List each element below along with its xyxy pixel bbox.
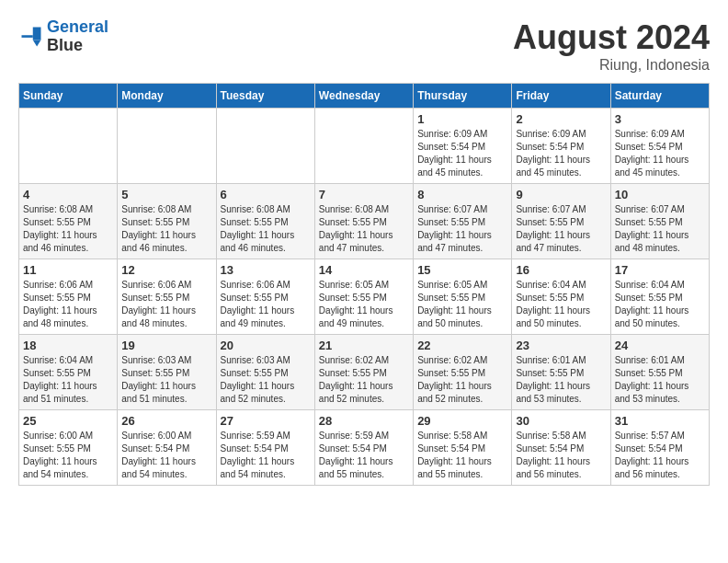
calendar-cell: 7Sunrise: 6:08 AM Sunset: 5:55 PM Daylig… [314,184,413,259]
day-info: Sunrise: 6:02 AM Sunset: 5:55 PM Dayligh… [417,354,507,406]
day-number: 3 [615,112,705,126]
day-number: 29 [417,414,507,428]
logo-line2: Blue [47,37,108,55]
calendar-cell: 4Sunrise: 6:08 AM Sunset: 5:55 PM Daylig… [19,184,118,259]
day-info: Sunrise: 6:04 AM Sunset: 5:55 PM Dayligh… [516,279,606,330]
calendar-week-3: 11Sunrise: 6:06 AM Sunset: 5:55 PM Dayli… [19,259,710,335]
weekday-header-sunday: Sunday [19,84,118,109]
calendar-cell: 10Sunrise: 6:07 AM Sunset: 5:55 PM Dayli… [610,184,709,259]
day-number: 20 [221,339,311,352]
calendar-cell: 27Sunrise: 5:59 AM Sunset: 5:54 PM Dayli… [216,410,314,486]
day-number: 30 [516,414,606,428]
day-info: Sunrise: 6:06 AM Sunset: 5:55 PM Dayligh… [23,279,113,330]
calendar-cell: 12Sunrise: 6:06 AM Sunset: 5:55 PM Dayli… [118,259,216,335]
day-info: Sunrise: 6:03 AM Sunset: 5:55 PM Dayligh… [121,354,211,406]
day-number: 7 [319,188,409,201]
day-number: 13 [221,263,311,277]
day-number: 22 [417,339,507,352]
day-info: Sunrise: 6:07 AM Sunset: 5:55 PM Dayligh… [615,203,705,255]
day-number: 15 [417,263,507,277]
day-info: Sunrise: 6:02 AM Sunset: 5:55 PM Dayligh… [319,354,409,406]
calendar-week-5: 25Sunrise: 6:00 AM Sunset: 5:55 PM Dayli… [19,410,710,486]
day-info: Sunrise: 6:01 AM Sunset: 5:55 PM Dayligh… [615,354,705,406]
day-number: 8 [417,188,507,201]
logo-icon [18,24,44,50]
weekday-header-monday: Monday [118,84,216,109]
location: Riung, Indonesia [513,57,710,74]
calendar-cell: 18Sunrise: 6:04 AM Sunset: 5:55 PM Dayli… [19,335,118,410]
day-info: Sunrise: 6:08 AM Sunset: 5:55 PM Dayligh… [221,203,311,255]
calendar-cell: 24Sunrise: 6:01 AM Sunset: 5:55 PM Dayli… [610,335,709,410]
day-info: Sunrise: 6:05 AM Sunset: 5:55 PM Dayligh… [417,279,507,330]
calendar-cell: 20Sunrise: 6:03 AM Sunset: 5:55 PM Dayli… [216,335,314,410]
day-info: Sunrise: 5:57 AM Sunset: 5:54 PM Dayligh… [615,430,705,481]
day-info: Sunrise: 6:00 AM Sunset: 5:55 PM Dayligh… [23,430,113,481]
logo: General Blue [18,18,108,55]
day-info: Sunrise: 5:58 AM Sunset: 5:54 PM Dayligh… [417,430,507,481]
day-number: 1 [417,112,507,126]
day-info: Sunrise: 6:01 AM Sunset: 5:55 PM Dayligh… [516,354,606,406]
calendar-cell: 13Sunrise: 6:06 AM Sunset: 5:55 PM Dayli… [216,259,314,335]
weekday-header-friday: Friday [512,84,610,109]
calendar-cell: 9Sunrise: 6:07 AM Sunset: 5:55 PM Daylig… [512,184,610,259]
day-info: Sunrise: 6:07 AM Sunset: 5:55 PM Dayligh… [417,203,507,255]
day-number: 2 [516,112,606,126]
calendar-cell: 23Sunrise: 6:01 AM Sunset: 5:55 PM Dayli… [512,335,610,410]
calendar-cell: 29Sunrise: 5:58 AM Sunset: 5:54 PM Dayli… [414,410,512,486]
calendar-cell: 26Sunrise: 6:00 AM Sunset: 5:54 PM Dayli… [118,410,216,486]
day-number: 23 [516,339,606,352]
weekday-header-thursday: Thursday [414,84,512,109]
calendar-cell: 6Sunrise: 6:08 AM Sunset: 5:55 PM Daylig… [216,184,314,259]
logo-line1: General [47,17,108,36]
calendar-cell [19,109,118,184]
calendar-cell: 11Sunrise: 6:06 AM Sunset: 5:55 PM Dayli… [19,259,118,335]
calendar-cell [216,109,314,184]
svg-marker-0 [33,27,41,40]
day-info: Sunrise: 6:06 AM Sunset: 5:55 PM Dayligh… [221,279,311,330]
day-number: 19 [121,339,211,352]
svg-rect-2 [22,35,33,38]
calendar-cell: 15Sunrise: 6:05 AM Sunset: 5:55 PM Dayli… [414,259,512,335]
calendar-cell: 16Sunrise: 6:04 AM Sunset: 5:55 PM Dayli… [512,259,610,335]
day-number: 10 [615,188,705,201]
calendar-week-4: 18Sunrise: 6:04 AM Sunset: 5:55 PM Dayli… [19,335,710,410]
day-info: Sunrise: 6:08 AM Sunset: 5:55 PM Dayligh… [23,203,113,255]
day-number: 26 [121,414,211,428]
svg-marker-1 [33,40,41,46]
calendar-cell [118,109,216,184]
calendar-cell: 21Sunrise: 6:02 AM Sunset: 5:55 PM Dayli… [314,335,413,410]
calendar-cell: 22Sunrise: 6:02 AM Sunset: 5:55 PM Dayli… [414,335,512,410]
day-number: 28 [319,414,409,428]
calendar-cell: 1Sunrise: 6:09 AM Sunset: 5:54 PM Daylig… [414,109,512,184]
calendar-week-1: 1Sunrise: 6:09 AM Sunset: 5:54 PM Daylig… [19,109,710,184]
calendar-cell: 17Sunrise: 6:04 AM Sunset: 5:55 PM Dayli… [610,259,709,335]
day-number: 18 [23,339,113,352]
title-area: August 2024 Riung, Indonesia [513,18,710,74]
calendar-table: SundayMondayTuesdayWednesdayThursdayFrid… [18,83,710,486]
day-info: Sunrise: 6:08 AM Sunset: 5:55 PM Dayligh… [121,203,211,255]
day-info: Sunrise: 6:08 AM Sunset: 5:55 PM Dayligh… [319,203,409,255]
day-number: 5 [121,188,211,201]
day-info: Sunrise: 6:00 AM Sunset: 5:54 PM Dayligh… [121,430,211,481]
weekday-header-tuesday: Tuesday [216,84,314,109]
day-info: Sunrise: 5:59 AM Sunset: 5:54 PM Dayligh… [221,430,311,481]
day-info: Sunrise: 6:04 AM Sunset: 5:55 PM Dayligh… [23,354,113,406]
day-info: Sunrise: 6:06 AM Sunset: 5:55 PM Dayligh… [121,279,211,330]
page-header: General Blue August 2024 Riung, Indonesi… [18,18,710,74]
weekday-header-wednesday: Wednesday [314,84,413,109]
weekday-header-row: SundayMondayTuesdayWednesdayThursdayFrid… [19,84,710,109]
day-info: Sunrise: 6:09 AM Sunset: 5:54 PM Dayligh… [417,128,507,179]
calendar-cell: 5Sunrise: 6:08 AM Sunset: 5:55 PM Daylig… [118,184,216,259]
calendar-cell: 31Sunrise: 5:57 AM Sunset: 5:54 PM Dayli… [610,410,709,486]
day-info: Sunrise: 6:03 AM Sunset: 5:55 PM Dayligh… [221,354,311,406]
day-number: 12 [121,263,211,277]
day-number: 4 [23,188,113,201]
day-info: Sunrise: 6:09 AM Sunset: 5:54 PM Dayligh… [516,128,606,179]
day-info: Sunrise: 6:09 AM Sunset: 5:54 PM Dayligh… [615,128,705,179]
calendar-cell: 25Sunrise: 6:00 AM Sunset: 5:55 PM Dayli… [19,410,118,486]
month-year: August 2024 [513,18,710,57]
day-number: 31 [615,414,705,428]
day-info: Sunrise: 5:59 AM Sunset: 5:54 PM Dayligh… [319,430,409,481]
day-number: 16 [516,263,606,277]
day-info: Sunrise: 6:05 AM Sunset: 5:55 PM Dayligh… [319,279,409,330]
